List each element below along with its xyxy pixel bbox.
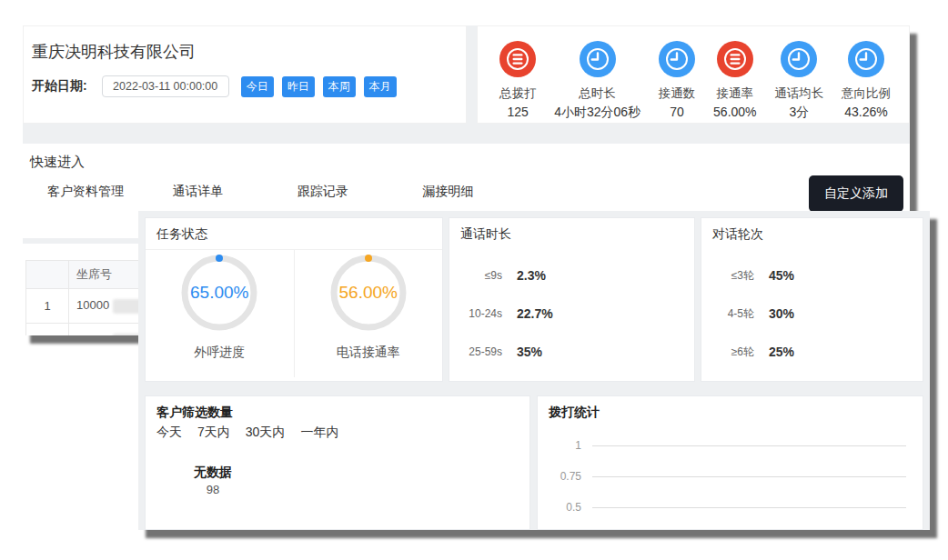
- list-item: ≤3轮 45%: [701, 256, 923, 295]
- this-month-button[interactable]: 本月: [364, 76, 397, 97]
- list-item: 25-59s 35%: [449, 333, 694, 371]
- gauge-value: 56.00%: [329, 254, 408, 332]
- panel-title: 通话时长: [449, 218, 694, 249]
- dial-statistics-panel: 拨打统计 1 0.75 0.5 0.25: [537, 395, 923, 530]
- stat-value: 4小时32分06秒: [554, 105, 640, 121]
- customer-filter-panel: 客户筛选数量 今天 7天内 30天内 一年内 无数据 98: [145, 395, 530, 530]
- filter-tabs: 今天 7天内 30天内 一年内: [146, 425, 529, 441]
- gauge-label: 电话接通率: [337, 345, 400, 361]
- stat-value: 70: [670, 105, 684, 119]
- link-track-record[interactable]: 跟踪记录: [298, 184, 419, 200]
- date-filter-row: 开始日期: 2022-03-11 00:00:00 今日 昨日 本周 本月: [32, 75, 466, 97]
- stat-total-dials: 总拨打 125: [499, 41, 537, 119]
- stat-label: 总时长: [579, 85, 616, 102]
- gridline: [592, 445, 906, 446]
- database-icon: [499, 41, 536, 77]
- quick-links-row: 客户资料管理 通话详单 跟踪记录 漏接明细: [47, 183, 910, 200]
- kpi-stats-card: 总拨打 125 总时长 4小时32分06秒 接通数 70: [477, 25, 910, 124]
- yesterday-button[interactable]: 昨日: [282, 76, 315, 97]
- gauge-value: 65.00%: [180, 254, 258, 332]
- column-header-seq: [26, 261, 69, 289]
- gridline-row: 1: [545, 430, 912, 461]
- stat-label: 总拨打: [499, 85, 537, 102]
- y-tick: 1: [545, 439, 581, 452]
- screenshot-collage: 重庆决明科技有限公司 开始日期: 2022-03-11 00:00:00 今日 …: [0, 0, 948, 560]
- stat-label: 意向比例: [842, 85, 891, 102]
- no-data-count: 98: [178, 483, 247, 496]
- stat-total-duration: 总时长 4小时32分06秒: [554, 41, 640, 121]
- this-week-button[interactable]: 本周: [323, 76, 356, 97]
- analytics-screenshot: 任务状态 65.00% 外呼进度 56.00% 电话接通率: [138, 211, 930, 530]
- filter-tab-1year[interactable]: 一年内: [300, 425, 338, 441]
- quick-entry-title: 快速进入: [23, 144, 910, 171]
- company-name: 重庆决明科技有限公司: [24, 26, 466, 63]
- list-item: 4-5轮 30%: [701, 295, 923, 333]
- clock-icon: [580, 41, 616, 77]
- list-item: 10-24s 22.7%: [449, 295, 694, 333]
- stat-connect-rate: 接通率 56.00%: [713, 41, 756, 119]
- gridline-row: 0.5: [545, 492, 912, 523]
- today-button[interactable]: 今日: [241, 76, 274, 97]
- stat-avg-duration: 通话均长 3分: [774, 41, 823, 121]
- cell-seq: 1: [26, 289, 69, 324]
- panel-title: 任务状态: [146, 218, 442, 250]
- list-item: ≤9s 2.3%: [449, 256, 694, 295]
- list-item: ≥60s 40%: [449, 371, 694, 382]
- company-header-card: 重庆决明科技有限公司 开始日期: 2022-03-11 00:00:00 今日 …: [23, 25, 467, 124]
- stat-value: 56.00%: [713, 105, 756, 119]
- start-date-label: 开始日期:: [32, 78, 87, 95]
- gauge-label: 外呼进度: [194, 345, 245, 361]
- donut-chart: 65.00%: [180, 254, 258, 332]
- stat-value: 3分: [789, 105, 809, 121]
- link-customer-data[interactable]: 客户资料管理: [47, 184, 168, 200]
- empty-state: 无数据 98: [178, 465, 247, 496]
- gridline-row: 0.75: [545, 461, 912, 492]
- panel-title: 对话轮次: [701, 218, 923, 249]
- stat-label: 通话均长: [774, 85, 823, 102]
- chart-grid: 1 0.75 0.5 0.25: [538, 425, 923, 530]
- rounds-rows: ≤3轮 45% 4-5轮 30% ≥6轮 25%: [701, 249, 923, 371]
- panel-title: 客户筛选数量: [146, 396, 529, 425]
- task-status-panel: 任务状态 65.00% 外呼进度 56.00% 电话接通率: [145, 217, 443, 382]
- filter-tab-7days[interactable]: 7天内: [197, 425, 230, 441]
- stat-value: 43.26%: [844, 105, 887, 119]
- link-missed-detail[interactable]: 漏接明细: [422, 184, 543, 200]
- clock-icon: [781, 41, 817, 77]
- gauge-connect-rate: 56.00% 电话接通率: [295, 250, 443, 377]
- y-tick: 0.75: [545, 470, 581, 483]
- gauge-outbound-progress: 65.00% 外呼进度: [146, 250, 295, 377]
- gauges-row: 65.00% 外呼进度 56.00% 电话接通率: [146, 250, 442, 377]
- link-call-detail[interactable]: 通话详单: [172, 184, 293, 200]
- stat-value: 125: [507, 105, 528, 119]
- donut-chart: 56.00%: [329, 254, 408, 332]
- panel-title: 拨打统计: [538, 396, 923, 425]
- stat-connected-count: 接通数 70: [659, 41, 696, 119]
- stat-label: 接通率: [717, 85, 754, 102]
- duration-rows: ≤9s 2.3% 10-24s 22.7% 25-59s 35% ≥60s 40…: [449, 249, 694, 382]
- filter-tab-30days[interactable]: 30天内: [246, 425, 286, 441]
- cell-seq: 2: [26, 324, 69, 336]
- clock-icon: [848, 41, 884, 77]
- gridline: [592, 507, 906, 508]
- y-tick: 0.5: [545, 501, 581, 514]
- no-data-label: 无数据: [178, 465, 247, 481]
- call-duration-panel: 通话时长 ≤9s 2.3% 10-24s 22.7% 25-59s 35% ≥6…: [449, 217, 695, 382]
- start-date-input[interactable]: 2022-03-11 00:00:00: [102, 75, 229, 97]
- stat-label: 接通数: [659, 85, 696, 102]
- database-icon: [717, 41, 753, 77]
- stat-intent-ratio: 意向比例 43.26%: [842, 41, 891, 119]
- gridline: [592, 476, 906, 477]
- list-item: ≥6轮 25%: [701, 333, 923, 371]
- filter-tab-today[interactable]: 今天: [156, 425, 182, 441]
- clock-icon: [659, 41, 695, 77]
- dialog-rounds-panel: 对话轮次 ≤3轮 45% 4-5轮 30% ≥6轮 25%: [701, 217, 923, 382]
- gridline-row: 0.25: [545, 523, 912, 530]
- custom-add-button[interactable]: 自定义添加: [809, 175, 903, 212]
